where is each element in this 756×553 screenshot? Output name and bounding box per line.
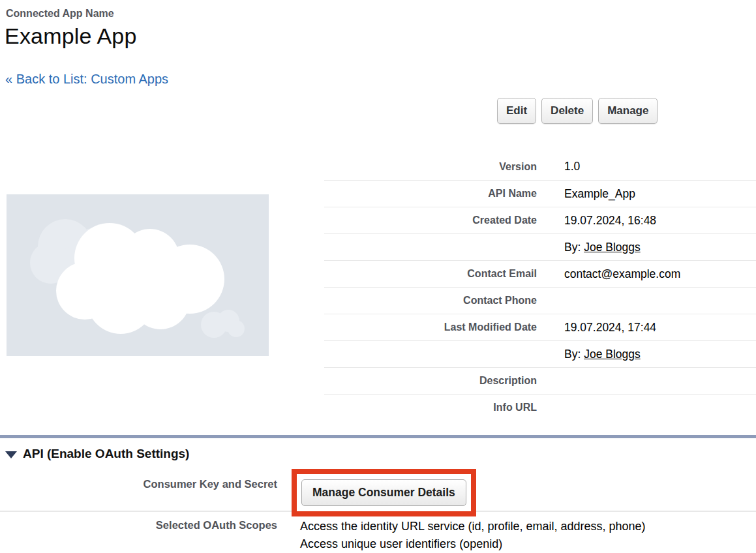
field-value: 19.07.2024, 16:48 xyxy=(564,214,656,228)
field-value: 1.0 xyxy=(564,160,580,173)
detail-table: Version 1.0 API Name Example_App Created… xyxy=(324,153,756,421)
cloud-image-icon xyxy=(7,194,269,356)
modified-by-link[interactable]: Joe Bloggs xyxy=(584,348,641,361)
field-label: Contact Phone xyxy=(324,295,537,306)
field-value: Example_App xyxy=(564,187,635,201)
field-label: Version xyxy=(324,161,537,173)
oauth-section-title: API (Enable OAuth Settings) xyxy=(23,447,189,461)
field-label: Info URL xyxy=(324,402,537,413)
field-label: API Name xyxy=(324,188,537,200)
app-logo-image xyxy=(7,194,269,356)
field-value: contact@example.com xyxy=(564,267,680,281)
connected-app-detail-page: Connected App Name Example App « Back to… xyxy=(0,0,756,553)
field-value: 19.07.2024, 17:44 xyxy=(564,321,656,335)
delete-button[interactable]: Delete xyxy=(541,98,593,124)
detail-row-description: Description xyxy=(324,367,756,394)
oauth-scope-item: Access unique user identifiers (openid) xyxy=(300,535,646,553)
detail-row-created-date: Created Date 19.07.2024, 16:48 xyxy=(324,207,756,233)
oauth-scopes-label: Selected OAuth Scopes xyxy=(0,519,277,531)
detail-row-last-modified-date: Last Modified Date 19.07.2024, 17:44 xyxy=(324,314,756,340)
manage-button[interactable]: Manage xyxy=(598,98,658,124)
back-to-list-link[interactable]: « Back to List: Custom Apps xyxy=(5,72,168,87)
section-divider-bar xyxy=(0,435,756,438)
detail-row-api-name: API Name Example_App xyxy=(324,180,756,207)
consumer-key-label: Consumer Key and Secret xyxy=(0,478,277,490)
detail-row-contact-phone: Contact Phone xyxy=(324,287,756,314)
detail-row-modified-by: By: Joe Bloggs xyxy=(324,340,756,367)
page-title: Example App xyxy=(5,23,137,49)
detail-row-created-by: By: Joe Bloggs xyxy=(324,233,756,260)
entity-type-label: Connected App Name xyxy=(6,8,114,20)
highlight-box: Manage Consumer Details xyxy=(292,469,476,516)
edit-button[interactable]: Edit xyxy=(497,98,536,124)
field-label: Description xyxy=(324,375,537,387)
collapse-triangle-icon xyxy=(5,451,17,458)
oauth-scope-item: Access the identity URL service (id, pro… xyxy=(300,518,646,535)
field-label: Created Date xyxy=(324,215,537,226)
created-by-link[interactable]: Joe Bloggs xyxy=(584,241,641,254)
field-label: Contact Email xyxy=(324,268,537,280)
by-prefix: By: xyxy=(564,348,584,361)
oauth-scopes-values: Access the identity URL service (id, pro… xyxy=(300,518,646,553)
toolbar: Edit Delete Manage xyxy=(497,98,658,124)
field-label: Last Modified Date xyxy=(324,321,537,333)
detail-row-version: Version 1.0 xyxy=(324,153,756,180)
manage-consumer-details-button[interactable]: Manage Consumer Details xyxy=(301,479,466,506)
field-value: By: Joe Bloggs xyxy=(564,241,641,254)
detail-row-info-url: Info URL xyxy=(324,394,756,421)
detail-row-contact-email: Contact Email contact@example.com xyxy=(324,260,756,287)
field-value: By: Joe Bloggs xyxy=(564,348,641,361)
oauth-section-header[interactable]: API (Enable OAuth Settings) xyxy=(5,447,189,461)
by-prefix: By: xyxy=(564,241,584,254)
